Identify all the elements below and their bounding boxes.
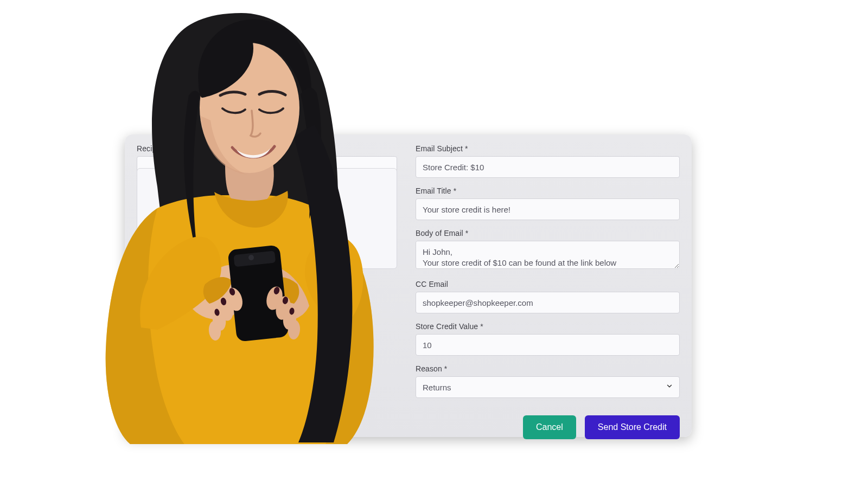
store-credit-value-input[interactable] [416, 334, 680, 356]
form-left-column: Recipient Name [137, 144, 397, 427]
form-actions: Cancel Send Store Credit [416, 407, 680, 439]
email-body-textarea[interactable] [416, 241, 680, 269]
email-title-input[interactable] [416, 198, 680, 220]
email-subject-label: Email Subject * [416, 144, 680, 153]
send-store-credit-button[interactable]: Send Store Credit [585, 415, 680, 439]
store-credit-value-label: Store Credit Value * [416, 322, 680, 331]
email-subject-input[interactable] [416, 156, 680, 178]
reason-label: Reason * [416, 364, 680, 373]
email-title-label: Email Title * [416, 187, 680, 195]
reason-select[interactable] [416, 376, 680, 398]
cancel-button[interactable]: Cancel [523, 415, 576, 439]
email-body-label: Body of Email * [416, 229, 680, 237]
store-credit-form-card: Recipient Name Email Subject * Email Tit… [125, 134, 692, 437]
cc-email-label: CC Email [416, 280, 680, 288]
left-panel-box [137, 168, 397, 269]
form-right-column: Email Subject * Email Title * Body of Em… [416, 144, 680, 427]
cc-email-input[interactable] [416, 292, 680, 313]
recipient-name-label: Recipient Name [137, 144, 397, 153]
